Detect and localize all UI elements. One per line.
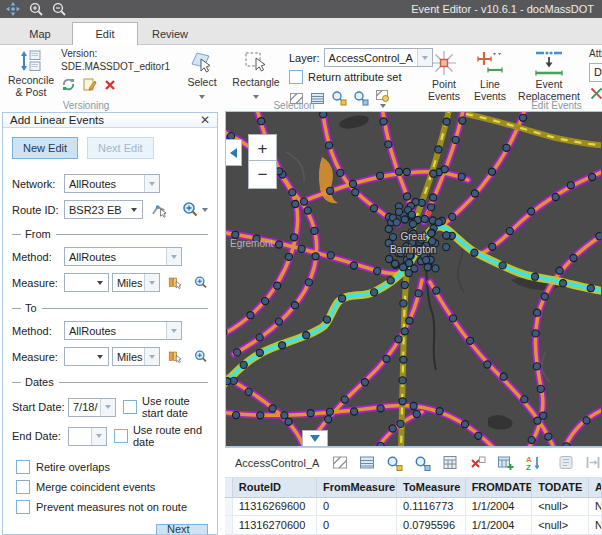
to-measure-combo[interactable] [64,347,109,366]
chevron-down-icon[interactable] [202,208,208,212]
collapse-table-button[interactable] [302,430,328,446]
dropdown-arrow-icon[interactable] [166,248,181,265]
tab-edit[interactable]: Edit [72,22,138,45]
dropdown-arrow-icon[interactable] [93,348,108,365]
dropdown-arrow-icon[interactable] [166,322,181,339]
version-value: SDE.MASSDOT_editor1 [61,61,170,74]
row-selector[interactable] [225,498,233,516]
town-label-egremont: Egremont [230,238,274,249]
pan-to-selected-icon[interactable] [414,455,431,471]
to-measure-label: Measure: [12,351,64,363]
dates-section-legend: Dates [12,376,208,388]
start-date-label: Start Date: [12,401,68,413]
from-measure-combo[interactable] [64,273,109,292]
new-version-icon[interactable] [82,77,97,92]
map-zoom-out-button[interactable]: − [248,160,277,189]
ribbon-tabs: Map Edit Review [0,18,602,45]
row-selector[interactable] [225,516,233,534]
end-date-label: End Date: [12,430,68,442]
to-zoom-to-measure-icon[interactable] [194,348,208,365]
point-events-button[interactable]: Point Events [421,48,467,104]
add-record-icon[interactable] [497,455,514,471]
main-area: Add Linear Events ✕ New Edit Next Edit N… [0,111,602,535]
column-header[interactable]: ACCESS [589,478,602,497]
retire-overlaps-checkbox[interactable] [16,460,30,474]
from-unit-select[interactable]: Miles [112,273,160,292]
end-date-picker[interactable] [68,427,107,446]
town-label-great: Great [400,231,425,242]
point-events-icon [430,49,458,77]
zoom-out-icon[interactable] [52,2,66,16]
table-row[interactable]: 11316269600 0 0.1116773 1/1/2004 <null> … [225,498,602,517]
column-header[interactable]: FROMDATE [466,478,533,497]
table-row[interactable]: 11316270600 0 0.0795596 1/1/2004 <null> … [225,516,602,535]
return-attribute-set-checkbox[interactable] [289,70,303,84]
dropdown-arrow-icon[interactable] [127,201,142,218]
delete-version-icon[interactable] [103,78,117,92]
table-menu-icon[interactable] [359,455,375,470]
map-view[interactable]: Egremont Great Barrington + − [225,111,602,447]
rectangle-tool-button[interactable]: Rectangle [227,48,285,103]
zoom-in-icon[interactable] [29,2,43,16]
conflicts-icon[interactable] [61,77,76,92]
table-header-row: RouteID FromMeasure ToMeasure FROMDATE T… [225,478,602,498]
network-select[interactable]: AllRoutes [64,174,160,193]
column-header[interactable]: TODATE [532,478,589,497]
group-versioning: Versioning Reconcile & Post Version: SDE… [0,45,172,111]
from-method-select[interactable]: AllRoutes [64,247,182,266]
version-label: Version: [61,48,170,61]
dropdown-arrow-icon[interactable] [144,274,159,291]
route-id-combo[interactable]: BSR23 EB [64,200,143,219]
new-edit-button[interactable]: New Edit [12,137,78,159]
table-select-icon[interactable] [332,455,348,470]
reconcile-post-button[interactable]: Reconcile & Post [5,48,57,100]
add-linear-events-panel: Add Linear Events ✕ New Edit Next Edit N… [2,112,218,535]
from-zoom-to-measure-icon[interactable] [194,274,208,291]
to-unit-select[interactable]: Miles [112,347,160,366]
panel-header: Add Linear Events ✕ [3,113,217,128]
to-measure-on-map-icon[interactable] [168,349,182,365]
from-method-label: Method: [12,251,64,263]
to-method-select[interactable]: AllRoutes [64,321,182,340]
field-calculator-icon[interactable] [442,455,458,470]
from-measure-on-map-icon[interactable] [168,275,182,291]
dropdown-arrow-icon[interactable] [91,428,106,445]
event-replacement-button[interactable]: Event Replacement [513,48,585,104]
pan-icon[interactable] [6,2,20,16]
map-canvas[interactable]: Egremont Great Barrington [226,112,601,447]
cell-frommeasure: 0 [317,516,397,534]
zoom-to-route-icon[interactable] [182,201,199,218]
identify-icon [558,455,574,470]
clear-selection-icon[interactable] [469,455,486,471]
sort-icon[interactable]: A Z [525,455,541,471]
group-label: Selection [172,100,416,111]
attribute-set-select[interactable]: Default [589,63,602,82]
zoom-to-selected-icon[interactable] [386,455,403,471]
dropdown-arrow-icon[interactable] [144,175,159,192]
prevent-measures-checkbox[interactable] [16,500,30,514]
select-route-on-map-icon[interactable] [151,202,168,218]
map-zoom-in-button[interactable]: + [248,134,277,163]
dropdown-arrow-icon[interactable] [144,348,159,365]
column-header[interactable]: RouteID [233,478,317,497]
tab-map[interactable]: Map [8,23,72,44]
close-icon[interactable]: ✕ [200,113,210,127]
line-events-button[interactable]: Line Events [467,48,513,104]
merge-coincident-events-checkbox[interactable] [16,480,30,494]
select-tool-button[interactable]: Select [177,48,227,103]
use-route-start-date-checkbox[interactable] [123,400,137,414]
reconcile-post-label: Reconcile & Post [8,75,54,99]
tab-review[interactable]: Review [138,23,202,44]
dropdown-arrow-icon[interactable] [93,274,108,291]
column-header[interactable]: ToMeasure [397,478,466,497]
use-route-end-date-checkbox[interactable] [114,429,128,443]
cell-routeid: 11316270600 [233,516,317,534]
split-event-icon[interactable] [589,86,602,101]
collapse-panel-button[interactable] [226,139,242,166]
column-header[interactable]: FromMeasure [317,478,397,497]
chevron-down-icon [310,435,320,442]
start-date-picker[interactable]: 7/18/ [68,398,116,417]
cell-routeid: 11316269600 [233,498,317,516]
next-button[interactable]: Next > [156,524,208,535]
dropdown-arrow-icon[interactable] [100,399,115,416]
